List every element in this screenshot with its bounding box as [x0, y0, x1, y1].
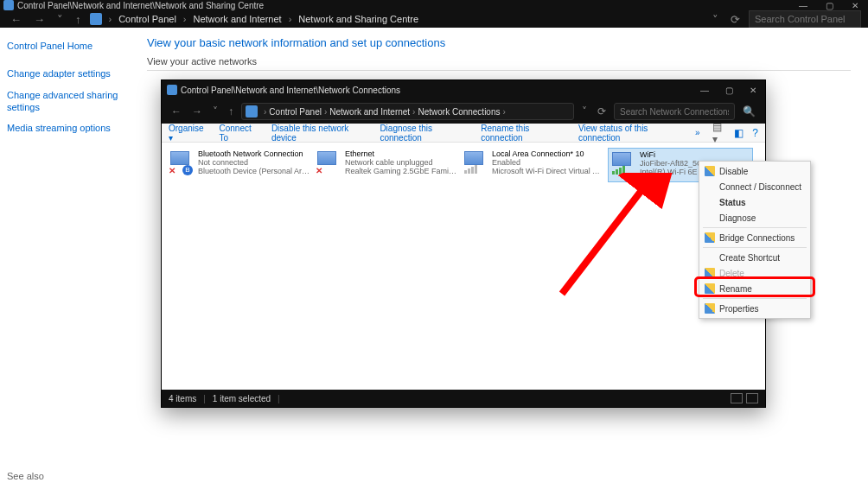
- shield-icon: [705, 166, 715, 176]
- forward-button[interactable]: →: [30, 13, 48, 26]
- menu-item-rename[interactable]: Rename: [699, 281, 810, 296]
- status-bar: 4 items | 1 item selected |: [162, 390, 765, 407]
- adapter-device: Bluetooth Device (Personal Area ...: [198, 167, 310, 175]
- recent-button[interactable]: ˅: [54, 13, 67, 26]
- breadcrumb-item[interactable]: Network and Sharing Centre: [298, 14, 418, 24]
- menu-item-label: Create Shortcut: [719, 253, 780, 263]
- close-button[interactable]: ✕: [842, 1, 868, 10]
- outer-titlebar: Control Panel\Network and Internet\Netwo…: [0, 0, 868, 10]
- organise-button[interactable]: Organise ▾: [169, 124, 207, 143]
- breadcrumb-dropdown[interactable]: ˅: [579, 105, 590, 117]
- adapter-name: Ethernet: [345, 149, 457, 158]
- sidebar-item[interactable]: Change advanced sharing settings: [7, 89, 123, 114]
- details-view-button[interactable]: [731, 393, 743, 403]
- refresh-button[interactable]: ⟳: [727, 13, 744, 26]
- inner-titlebar: Control Panel\Network and Internet\Netwo…: [162, 80, 765, 99]
- item-count: 4 items: [169, 394, 196, 403]
- diagnose-button[interactable]: Diagnose this connection: [380, 124, 469, 143]
- adapter-icon: ✕B: [169, 149, 195, 175]
- adapter-device: Microsoft Wi-Fi Direct Virtual Ada...: [492, 167, 604, 175]
- maximize-button[interactable]: ▢: [717, 86, 741, 95]
- breadcrumb-item[interactable]: Control Panel: [269, 107, 322, 117]
- up-button[interactable]: ↑: [72, 13, 85, 26]
- menu-item-status[interactable]: Status: [699, 194, 810, 210]
- blank-icon: [705, 197, 715, 207]
- breadcrumb-item[interactable]: Network and Internet: [329, 107, 410, 117]
- search-input[interactable]: [749, 10, 861, 28]
- adapter-item[interactable]: ✕EthernetNetwork cable unpluggedRealtek …: [314, 148, 459, 182]
- network-icon: [246, 105, 258, 117]
- menu-item-label: Bridge Connections: [719, 233, 795, 243]
- adapter-item[interactable]: ✕BBluetooth Network ConnectionNot connec…: [167, 148, 312, 182]
- see-also-label: See also: [7, 471, 123, 481]
- menu-item-bridge-connections[interactable]: Bridge Connections: [699, 230, 810, 245]
- control-panel-icon: [90, 13, 102, 25]
- refresh-button[interactable]: ⟳: [595, 105, 609, 117]
- control-panel-icon: [3, 0, 14, 10]
- adapter-item[interactable]: Local Area Connection* 10EnabledMicrosof…: [461, 148, 606, 182]
- sidebar-item[interactable]: Media streaming options: [7, 122, 123, 134]
- view-status-button[interactable]: View status of this connection: [578, 124, 683, 143]
- network-icon: [167, 85, 177, 95]
- breadcrumb-item[interactable]: Control Panel: [118, 14, 176, 24]
- search-input[interactable]: [614, 103, 735, 120]
- shield-icon: [705, 232, 715, 243]
- forward-button[interactable]: →: [189, 105, 205, 117]
- menu-item-connect-disconnect[interactable]: Connect / Disconnect: [699, 179, 810, 194]
- help-button[interactable]: ?: [752, 127, 758, 139]
- adapter-name: Local Area Connection* 10: [492, 149, 604, 158]
- preview-pane-button[interactable]: ◧: [734, 127, 744, 139]
- breadcrumb-item[interactable]: Network Connections: [418, 107, 500, 117]
- adapter-icon: ✕: [316, 149, 341, 175]
- breadcrumb-item[interactable]: Network and Internet: [194, 14, 282, 24]
- menu-item-label: Diagnose: [719, 213, 756, 223]
- menu-item-label: Status: [719, 198, 746, 207]
- menu-item-label: Disable: [719, 167, 748, 176]
- recent-button[interactable]: ˅: [210, 105, 220, 117]
- network-connections-window: Control Panel\Network and Internet\Netwo…: [161, 79, 766, 408]
- breadcrumb-bar[interactable]: › Control Panel › Network and Internet ›…: [241, 103, 574, 120]
- menu-separator: [703, 298, 807, 299]
- outer-navbar: ← → ˅ ↑ › Control Panel › Network and In…: [0, 10, 868, 28]
- adapter-name: WiFi: [640, 150, 750, 159]
- maximize-button[interactable]: ▢: [816, 1, 842, 10]
- adapter-status: Not connected: [198, 158, 310, 167]
- breadcrumb-dropdown[interactable]: ˅: [709, 13, 722, 26]
- minimize-button[interactable]: —: [790, 1, 816, 10]
- menu-item-properties[interactable]: Properties: [699, 301, 810, 316]
- menu-item-delete: Delete: [699, 265, 810, 281]
- adapter-list[interactable]: ✕BBluetooth Network ConnectionNot connec…: [162, 143, 765, 390]
- outer-sidebar: Control Panel Home Change adapter settin…: [0, 28, 130, 489]
- blank-icon: [705, 181, 715, 192]
- active-networks-label: View your active networks: [147, 56, 851, 67]
- search-icon[interactable]: 🔍: [740, 105, 758, 117]
- close-button[interactable]: ✕: [741, 86, 765, 95]
- sidebar-home[interactable]: Control Panel Home: [7, 40, 123, 52]
- disable-device-button[interactable]: Disable this network device: [271, 124, 368, 143]
- menu-item-disable[interactable]: Disable: [699, 163, 810, 179]
- menu-item-diagnose[interactable]: Diagnose: [699, 210, 810, 225]
- view-mode-button[interactable]: ▤ ▾: [712, 121, 726, 145]
- adapter-icon: [463, 149, 488, 175]
- adapter-icon: [610, 150, 636, 176]
- adapter-status: Network cable unplugged: [345, 158, 457, 167]
- shield-icon: [705, 283, 715, 294]
- selected-count: 1 item selected: [213, 394, 271, 403]
- menu-item-label: Properties: [719, 304, 759, 314]
- connect-to-button[interactable]: Connect To: [220, 124, 259, 143]
- minimize-button[interactable]: —: [692, 86, 717, 95]
- back-button[interactable]: ←: [169, 105, 184, 117]
- sidebar-item[interactable]: Change adapter settings: [7, 67, 123, 79]
- rename-button[interactable]: Rename this connection: [481, 124, 566, 143]
- context-menu: DisableConnect / DisconnectStatusDiagnos…: [699, 161, 811, 319]
- back-button[interactable]: ←: [7, 13, 25, 26]
- menu-item-create-shortcut[interactable]: Create Shortcut: [699, 250, 810, 265]
- tiles-view-button[interactable]: [746, 393, 758, 403]
- menu-item-label: Delete: [719, 269, 744, 278]
- up-button[interactable]: ↑: [226, 105, 236, 117]
- shield-icon: [705, 303, 715, 314]
- blank-icon: [705, 252, 715, 263]
- blank-icon: [705, 213, 715, 223]
- page-title: View your basic network information and …: [147, 36, 851, 49]
- overflow-button[interactable]: »: [695, 128, 700, 137]
